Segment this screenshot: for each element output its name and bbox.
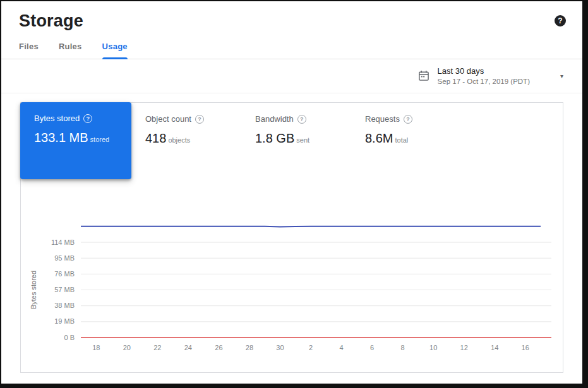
x-tick-label: 20 xyxy=(123,344,131,351)
tab-bar: Files Rules Usage xyxy=(1,33,582,59)
metric-object-count[interactable]: Object count ? 418objects xyxy=(131,103,241,179)
chart-area: 114 MB95 MB76 MB57 MB38 MB19 MB0 B182022… xyxy=(21,179,563,372)
help-icon[interactable]: ? xyxy=(404,115,412,124)
metric-value-unit: objects xyxy=(168,136,190,144)
x-tick-label: 10 xyxy=(429,344,437,351)
metric-value-number: 1.8 GB xyxy=(255,131,294,145)
metric-value: 133.1 MBstored xyxy=(34,131,123,145)
x-tick-label: 26 xyxy=(215,344,222,351)
help-icon[interactable]: ? xyxy=(555,15,566,26)
metric-label-row: Bandwidth ? xyxy=(255,114,342,124)
usage-panel: Bytes stored ? 133.1 MBstored Object cou… xyxy=(20,102,563,373)
y-tick-label: 0 B xyxy=(64,334,75,341)
usage-chart: 114 MB95 MB76 MB57 MB38 MB19 MB0 B182022… xyxy=(21,211,568,362)
tab-usage[interactable]: Usage xyxy=(102,33,128,59)
date-range-selector[interactable]: Last 30 days Sep 17 - Oct 17, 2019 (PDT)… xyxy=(1,59,582,93)
date-range-text: Last 30 days Sep 17 - Oct 17, 2019 (PDT) xyxy=(438,66,530,85)
y-tick-label: 95 MB xyxy=(54,254,75,262)
x-tick-label: 16 xyxy=(522,344,529,351)
y-tick-label: 38 MB xyxy=(54,302,75,309)
metric-bandwidth[interactable]: Bandwidth ? 1.8 GBsent xyxy=(241,103,351,179)
x-tick-label: 4 xyxy=(339,344,343,351)
metric-value: 1.8 GBsent xyxy=(255,131,342,146)
metric-label-row: Bytes stored ? xyxy=(34,114,123,123)
y-axis-title: Bytes stored xyxy=(30,271,37,309)
x-tick-label: 8 xyxy=(401,344,405,351)
chevron-down-icon: ▾ xyxy=(560,73,563,79)
storage-page: Storage ? Files Rules Usage Last 30 days… xyxy=(1,1,582,384)
x-tick-label: 24 xyxy=(184,344,192,351)
date-range-label: Last 30 days xyxy=(438,66,530,76)
page-title: Storage xyxy=(19,11,83,31)
x-tick-label: 2 xyxy=(309,344,313,351)
metric-label: Bytes stored xyxy=(34,114,80,123)
x-tick-label: 12 xyxy=(460,344,468,351)
metric-requests[interactable]: Requests ? 8.6Mtotal xyxy=(351,103,461,179)
x-tick-label: 14 xyxy=(491,344,498,351)
x-tick-label: 28 xyxy=(246,344,253,351)
y-tick-label: 114 MB xyxy=(51,238,75,246)
x-tick-label: 6 xyxy=(370,344,374,351)
help-icon[interactable]: ? xyxy=(195,115,204,124)
y-tick-label: 57 MB xyxy=(54,286,75,293)
bytes-stored-line xyxy=(81,226,541,227)
page-header: Storage ? xyxy=(1,1,582,31)
x-tick-label: 18 xyxy=(92,344,100,351)
metric-label: Object count xyxy=(145,114,191,124)
y-tick-label: 19 MB xyxy=(54,317,75,325)
metric-value-unit: total xyxy=(395,136,408,144)
metrics-row: Bytes stored ? 133.1 MBstored Object cou… xyxy=(21,103,563,179)
x-tick-label: 30 xyxy=(276,344,284,351)
metric-bytes-stored[interactable]: Bytes stored ? 133.1 MBstored xyxy=(20,102,131,179)
date-range-detail: Sep 17 - Oct 17, 2019 (PDT) xyxy=(438,78,530,85)
help-icon[interactable]: ? xyxy=(297,115,306,124)
tab-files[interactable]: Files xyxy=(19,33,39,59)
help-icon[interactable]: ? xyxy=(83,114,92,123)
metric-value-unit: sent xyxy=(296,136,309,144)
calendar-icon xyxy=(417,69,430,82)
metric-value: 8.6Mtotal xyxy=(365,131,452,146)
metric-label: Bandwidth xyxy=(255,114,294,124)
metric-value-number: 418 xyxy=(145,131,166,145)
metric-value-unit: stored xyxy=(90,136,110,143)
metric-label-row: Requests ? xyxy=(365,114,452,124)
x-tick-label: 22 xyxy=(153,344,161,351)
metric-value-number: 133.1 MB xyxy=(34,131,88,144)
metric-value-number: 8.6M xyxy=(365,131,393,145)
tab-rules[interactable]: Rules xyxy=(59,33,82,59)
metric-value: 418objects xyxy=(145,131,232,146)
metric-label-row: Object count ? xyxy=(145,114,232,124)
metric-label: Requests xyxy=(365,114,400,124)
y-tick-label: 76 MB xyxy=(54,270,75,278)
